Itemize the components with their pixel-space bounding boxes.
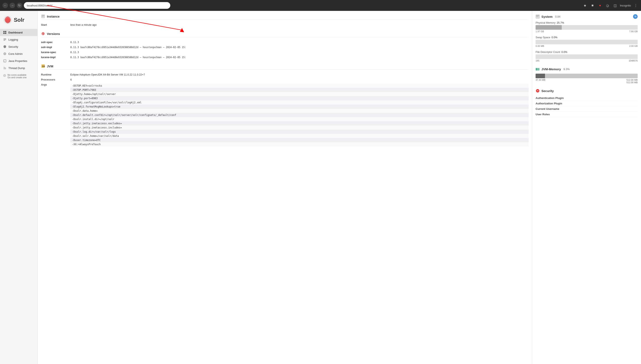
file-descriptor-pct: 0.0% [561,51,567,54]
sidebar-item-logging[interactable]: Logging [0,36,38,43]
file-descriptor-used: 185 [536,60,539,62]
lucene-spec-row: lucene-spec 8.11.3 [41,50,529,55]
system-icon [536,14,540,18]
svg-rect-32 [536,68,536,70]
physical-memory-total: 7.66 GB [629,30,638,33]
solr-impl-value: 8.11.3 baa7c80af4278cc8951a344d8e9320386… [70,46,186,49]
instance-icon [41,14,45,18]
jvm-memory-max2: 512.00 MB [626,81,638,84]
system-section: System 0.84 ↻ Physical Memory 25.7% [536,14,638,62]
start-label: Start [41,24,70,26]
record-icon[interactable]: ● [597,3,603,8]
thread-dump-label: Thread Dump [8,66,25,70]
jvm-memory-section-title: JVM-Memory 9.3% [536,67,638,71]
svg-text:J: J [4,60,5,62]
lucene-impl-value: 8.11.3 baa7c80af4278cc8951a344d8e9320386… [70,56,186,59]
browser-chrome: ← → ↻ localhost:8983/solr/#/ ★ ■ ● ◶ ◫ I… [0,0,641,11]
sidebar-item-thread-dump[interactable]: Thread Dump [0,64,38,72]
right-panel: System 0.84 ↻ Physical Memory 25.7% [532,11,641,364]
reload-button[interactable]: ↻ [17,3,22,8]
jvm-memory-max1: 512.00 MB [626,79,638,81]
lucene-impl-row: lucene-impl 8.11.3 baa7c80af4278cc8951a3… [41,55,529,60]
arg-row: -DSTOP.PORT=7983 [70,88,529,92]
swap-space-pct: 0.0% [552,36,558,39]
solr-spec-label: solr-spec [41,41,70,44]
swap-space-metric: Swap Space 0.0% 0.00 MB 2.00 GB [536,36,638,47]
runtime-row: Runtime Eclipse Adoptium OpenJDK 64-Bit … [41,72,529,77]
arg-row: -Dlog4j.configurationFile=/var/solr/log4… [70,100,529,104]
puzzle-icon[interactable]: ◶ [605,3,610,8]
system-title: System [542,15,552,18]
processors-value: 6 [70,78,72,81]
url-text: localhost:8983/solr/#/ [27,4,52,7]
lucene-spec-value: 8.11.3 [70,51,79,54]
solr-spec-row: solr-spec 8.11.3 [41,40,529,45]
address-bar[interactable]: localhost:8983/solr/#/ [24,2,170,9]
system-load: 0.84 [555,15,560,18]
instance-title: Instance [47,15,60,18]
extensions-icon[interactable]: ■ [590,3,595,8]
star-icon[interactable]: ★ [582,3,588,8]
swap-space-label: Swap Space [536,36,550,39]
file-descriptor-bar [536,54,638,59]
solr-spec-value: 8.11.3 [70,41,79,44]
arg-row: -Djetty.port=8983 [70,96,529,100]
start-row: Start less than a minute ago [41,22,529,28]
refresh-button[interactable]: ↻ [633,14,638,19]
args-container: -DSTOP.KEY=solrrocks-DSTOP.PORT=7983-Dje… [70,84,529,146]
system-section-title: System 0.84 ↻ [536,14,638,19]
sidebar-item-security[interactable]: Security [0,43,38,50]
arg-row: -Dsolr.log.dir=/var/solr/logs [70,130,529,134]
arg-row: -Dsolr.solr.home=/var/solr/data [70,134,529,138]
security-panel-section: Security Authentication Plugin Authoriza… [536,89,638,117]
svg-text:V: V [42,33,44,35]
jvm-memory-bar [536,74,638,78]
sidebar-icon[interactable]: ◫ [612,3,618,8]
physical-memory-bar [536,25,638,30]
svg-rect-22 [42,16,44,16]
sidebar-logo: Solr [0,13,38,29]
app-container: Solr Dashboard Logging [0,11,641,364]
jvm-memory-fill [536,74,545,78]
sidebar-item-java-properties[interactable]: J Java Properties [0,57,38,64]
arg-row: -XX:+AlwaysPreTouch [70,142,529,146]
jvm-memory-title: JVM-Memory [542,67,561,71]
menu-icon[interactable]: ⋮ [633,3,638,8]
arg-row: -Dsolr.install.dir=/opt/solr [70,117,529,121]
arg-row: -Dlog4j2.formatMsgNoLookups=true [70,104,529,109]
back-button[interactable]: ← [2,3,8,8]
security-authz-plugin: Authorization Plugin [536,101,638,106]
logging-icon [3,38,7,42]
security-panel-label: Security [542,89,554,93]
solr-impl-label: solr-impl [41,46,70,49]
swap-total: 2.00 GB [629,45,638,47]
svg-rect-4 [3,31,4,32]
swap-space-bar [536,40,638,44]
jvm-memory-pct: 9.3% [564,68,570,71]
versions-title: Versions [47,32,60,36]
jvm-icon: JVM [41,64,45,68]
svg-rect-23 [42,16,44,17]
java-properties-icon: J [3,59,7,63]
svg-rect-6 [3,33,4,34]
arg-row: -Djetty.home=/opt/solr/server [70,92,529,96]
solr-logo-icon [3,15,12,25]
sidebar-item-core-admin[interactable]: Core Admin [0,50,38,57]
arg-row: -DSTOP.KEY=solrrocks [70,84,529,88]
forward-button[interactable]: → [10,3,15,8]
svg-rect-30 [536,16,538,17]
sidebar-item-dashboard[interactable]: Dashboard [0,29,38,36]
no-cores-text2: Go and create one [8,76,26,79]
security-icon [3,45,7,48]
svg-rect-10 [4,40,5,40]
no-cores-section: No cores available Go and create one [0,72,38,81]
thread-dump-icon [3,66,7,70]
physical-memory-used: 1.97 GB [536,30,544,33]
arg-row: -Dsolr.default.confdir=/opt/solr/server/… [70,113,529,117]
svg-rect-8 [4,38,6,39]
arg-row: -Duser.timezone=UTC [70,138,529,142]
versions-icon: V [41,32,45,36]
browser-actions: ★ ■ ● ◶ ◫ Incognito ⋮ [582,3,638,8]
core-admin-label: Core Admin [8,52,22,56]
processors-row: Processors 6 [41,77,529,82]
